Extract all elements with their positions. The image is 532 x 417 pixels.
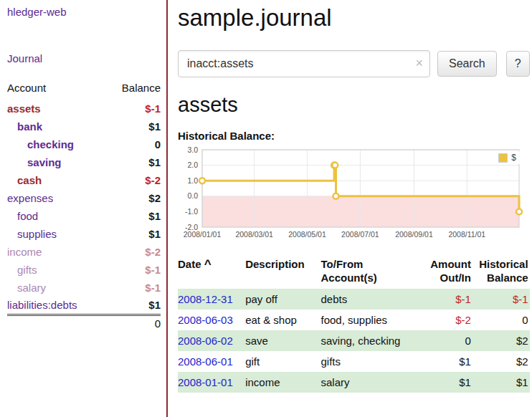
account-link-gifts[interactable]: gifts <box>7 261 106 279</box>
legend-swatch-icon <box>498 153 508 163</box>
transaction-accounts: salary <box>321 372 414 393</box>
account-link-checking[interactable]: checking <box>7 135 106 153</box>
account-balance: $-2 <box>106 171 161 189</box>
app-title-link[interactable]: hledger-web <box>7 6 161 18</box>
account-balance: $1 <box>106 207 161 225</box>
register-header-description: Description <box>245 255 320 289</box>
transaction-accounts: saving, checking <box>321 330 414 351</box>
transaction-amount: $1 <box>414 351 472 372</box>
account-balance: $1 <box>106 225 161 243</box>
account-link-supplies[interactable]: supplies <box>7 225 106 243</box>
register-header-balance: Historical Balance <box>472 255 530 289</box>
account-row: saving $1 <box>7 153 161 171</box>
svg-text:3.0: 3.0 <box>187 146 198 154</box>
account-balance: $-2 <box>106 243 161 261</box>
account-link-expenses[interactable]: expenses <box>7 189 106 207</box>
register-header-date[interactable]: Date ^ <box>178 255 245 289</box>
accounts-total-row: 0 <box>7 315 161 332</box>
accounts-total: 0 <box>106 315 161 332</box>
account-row: liabilities:debts $1 <box>7 297 161 315</box>
clear-search-icon[interactable]: × <box>415 56 423 70</box>
svg-text:2008/09/01: 2008/09/01 <box>395 230 433 239</box>
account-link-food[interactable]: food <box>7 207 106 225</box>
account-link-saving[interactable]: saving <box>7 153 106 171</box>
transaction-description: save <box>245 330 320 351</box>
help-button[interactable]: ? <box>506 51 530 77</box>
svg-text:2008/03/01: 2008/03/01 <box>235 230 273 239</box>
register-row: 2008-12-31 pay off debts $-1 $-1 <box>178 289 530 310</box>
register-header-accounts: To/From Account(s) <box>321 255 414 289</box>
account-row: cash $-2 <box>7 171 161 189</box>
transaction-balance: $-1 <box>472 289 530 310</box>
account-balance: $-1 <box>106 279 161 297</box>
transaction-date-link[interactable]: 2008-06-01 <box>178 355 233 368</box>
search-input[interactable] <box>178 50 430 77</box>
register-row: 2008-06-01 gift gifts $1 $2 <box>178 351 530 372</box>
accounts-header-row: Account Balance <box>7 79 161 100</box>
transaction-amount: $-1 <box>414 289 472 310</box>
account-row: checking 0 <box>7 135 161 153</box>
chart-title: Historical Balance: <box>178 130 530 142</box>
account-balance: 0 <box>106 135 161 153</box>
account-row: assets $-1 <box>7 100 161 118</box>
svg-text:-1.0: -1.0 <box>185 207 198 216</box>
transaction-balance: 0 <box>472 310 530 330</box>
transaction-balance: $2 <box>472 330 530 351</box>
account-balance: $1 <box>106 153 161 171</box>
account-link-liabilities-debts[interactable]: liabilities:debts <box>7 297 106 315</box>
accounts-header-balance: Balance <box>106 79 161 100</box>
transaction-accounts: gifts <box>321 351 414 372</box>
page-title: sample.journal <box>178 4 530 32</box>
account-link-income[interactable]: income <box>7 243 106 261</box>
search-form: × Search ? <box>178 50 530 77</box>
register-row: 2008-06-02 save saving, checking 0 $2 <box>178 330 530 351</box>
account-balance: $2 <box>106 189 161 207</box>
chart-legend: $ <box>495 151 520 164</box>
transaction-amount: 0 <box>414 330 472 351</box>
account-link-cash[interactable]: cash <box>7 171 106 189</box>
transaction-balance: $1 <box>472 372 530 393</box>
account-row: salary $-1 <box>7 279 161 297</box>
legend-label: $ <box>511 153 516 163</box>
transaction-accounts: food, supplies <box>321 310 414 330</box>
register-header-amount: Amount Out/In <box>414 255 472 289</box>
account-row: income $-2 <box>7 243 161 261</box>
date-header-label: Date <box>178 258 201 270</box>
account-link-salary[interactable]: salary <box>7 279 106 297</box>
register-row: 2008-01-01 income salary $1 $1 <box>178 372 530 393</box>
account-balance: $1 <box>106 297 161 315</box>
spacer <box>7 315 106 332</box>
transaction-description: eat & shop <box>245 310 320 330</box>
sidebar: hledger-web Journal Account Balance asse… <box>0 0 168 417</box>
account-balance: $1 <box>106 118 161 135</box>
hledger-web-app: hledger-web Journal Account Balance asse… <box>0 0 532 417</box>
account-link-assets[interactable]: assets <box>7 100 106 118</box>
account-row: expenses $2 <box>7 189 161 207</box>
transaction-date-link[interactable]: 2008-12-31 <box>178 293 233 305</box>
svg-text:2008/11/01: 2008/11/01 <box>448 230 485 239</box>
transaction-amount: $-2 <box>414 310 472 330</box>
transaction-amount: $1 <box>414 372 472 393</box>
account-link-bank[interactable]: bank <box>7 118 106 135</box>
account-balance: $-1 <box>106 100 161 118</box>
transaction-date-link[interactable]: 2008-01-01 <box>178 376 233 388</box>
svg-text:1.0: 1.0 <box>187 176 198 185</box>
sort-ascending-icon: ^ <box>204 257 212 271</box>
transaction-description: gift <box>245 351 320 372</box>
svg-text:2008/05/01: 2008/05/01 <box>288 230 326 239</box>
search-button[interactable]: Search <box>437 51 497 77</box>
sidebar-item-journal[interactable]: Journal <box>7 52 161 64</box>
accounts-table: Account Balance assets $-1 bank $1 check… <box>7 79 161 332</box>
account-row: supplies $1 <box>7 225 161 243</box>
account-row: bank $1 <box>7 118 161 135</box>
accounts-header-account: Account <box>7 79 106 100</box>
register-table: Date ^ Description To/From Account(s) Am… <box>178 255 530 393</box>
register-row: 2008-06-03 eat & shop food, supplies $-2… <box>178 310 530 330</box>
account-row: food $1 <box>7 207 161 225</box>
main-content: sample.journal × Search ? assets Histori… <box>168 0 532 417</box>
account-heading: assets <box>178 93 530 117</box>
transaction-date-link[interactable]: 2008-06-03 <box>178 314 233 326</box>
transaction-description: income <box>245 372 320 393</box>
transaction-date-link[interactable]: 2008-06-02 <box>178 335 233 347</box>
chart-canvas: 3.02.01.00.0-1.0-2.02008/01/012008/03/01… <box>178 146 526 244</box>
